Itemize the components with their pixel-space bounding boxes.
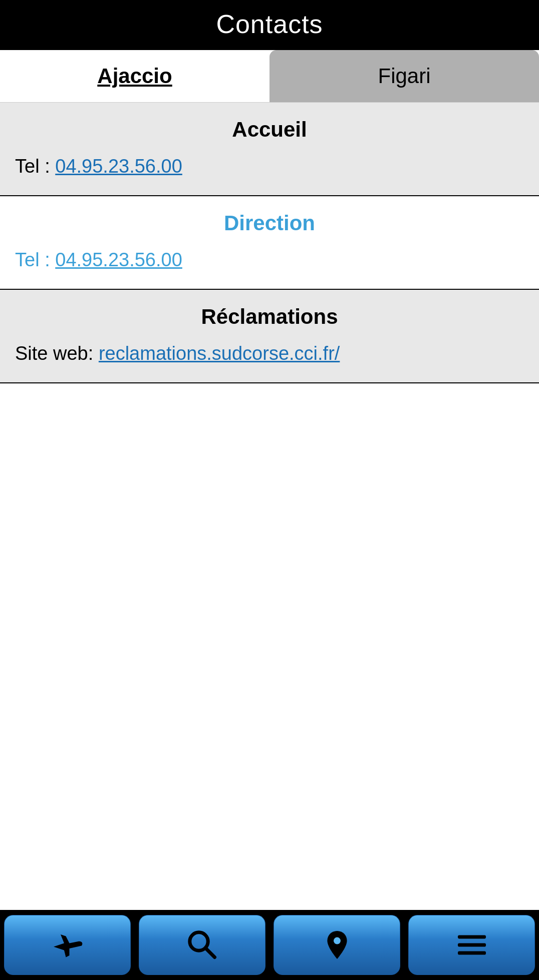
section-direction: Direction Tel : 04.95.23.56.00 bbox=[0, 196, 539, 290]
section-reclamations-web: Site web: reclamations.sudcorse.cci.fr/ bbox=[15, 343, 524, 364]
section-reclamations: Réclamations Site web: reclamations.sudc… bbox=[0, 290, 539, 383]
reclamations-web-link[interactable]: reclamations.sudcorse.cci.fr/ bbox=[99, 343, 340, 364]
svg-rect-3 bbox=[458, 935, 486, 938]
svg-rect-5 bbox=[458, 951, 486, 955]
airplane-icon bbox=[50, 927, 85, 962]
tab-figari[interactable]: Figari bbox=[270, 50, 539, 102]
nav-menu-button[interactable] bbox=[408, 915, 535, 975]
location-icon bbox=[320, 927, 355, 962]
nav-home-button[interactable] bbox=[4, 915, 131, 975]
header: Contacts bbox=[0, 0, 539, 50]
direction-tel-link[interactable]: 04.95.23.56.00 bbox=[55, 249, 182, 270]
section-accueil-tel: Tel : 04.95.23.56.00 bbox=[15, 156, 524, 177]
svg-rect-4 bbox=[458, 943, 486, 947]
section-reclamations-title: Réclamations bbox=[15, 305, 524, 329]
page-title: Contacts bbox=[216, 10, 323, 39]
search-icon bbox=[185, 927, 220, 962]
section-direction-title: Direction bbox=[15, 211, 524, 235]
nav-search-button[interactable] bbox=[139, 915, 265, 975]
menu-icon bbox=[454, 927, 489, 962]
section-accueil-title: Accueil bbox=[15, 118, 524, 142]
bottom-nav bbox=[0, 910, 539, 980]
svg-point-2 bbox=[334, 937, 341, 944]
accueil-tel-link[interactable]: 04.95.23.56.00 bbox=[55, 156, 182, 177]
content-area bbox=[0, 383, 539, 910]
section-direction-tel: Tel : 04.95.23.56.00 bbox=[15, 249, 524, 271]
section-accueil: Accueil Tel : 04.95.23.56.00 bbox=[0, 103, 539, 196]
tabs: Ajaccio Figari bbox=[0, 50, 539, 103]
tab-ajaccio[interactable]: Ajaccio bbox=[0, 50, 270, 102]
nav-location-button[interactable] bbox=[274, 915, 400, 975]
svg-line-1 bbox=[205, 948, 214, 957]
